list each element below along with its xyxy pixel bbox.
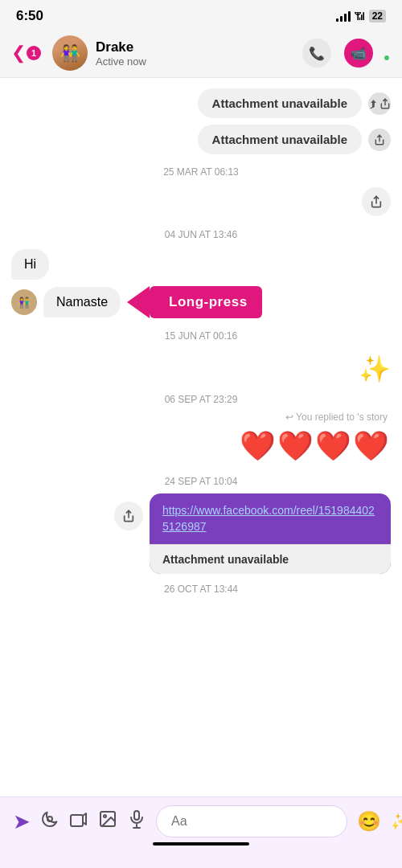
back-arrow-icon: ❮ (11, 43, 26, 63)
status-time: 6:50 (16, 8, 43, 24)
share-icon[interactable]: ⮭ (368, 92, 391, 115)
fb-attachment-label: Attachment unavailable (150, 544, 391, 574)
sparkles-emoji: ✨ (359, 356, 391, 382)
contact-name: Drake (96, 39, 302, 55)
timestamp: 04 JUN AT 13:46 (11, 229, 391, 240)
mic-button[interactable] (127, 809, 146, 833)
message-row: Hi (11, 249, 391, 280)
bubble-text: Hi (24, 257, 36, 271)
battery-icon: 22 (369, 10, 386, 23)
arrow-tip (127, 286, 150, 318)
message-row: Attachment unavailable (11, 125, 391, 154)
message-row: 👫 Namaste Long-press (11, 286, 391, 318)
longpress-label: Long-press (150, 286, 262, 318)
timestamp: 24 SEP AT 10:04 (11, 476, 391, 487)
wifi-icon: 📶︎ (355, 10, 365, 23)
phone-button[interactable]: 📞 (302, 39, 331, 68)
timestamp: 25 MAR AT 06:13 (11, 166, 391, 178)
back-button[interactable]: ❮ 1 (11, 43, 41, 63)
input-row: ➤ 😊 ✨ (13, 805, 389, 837)
timestamp: 15 JUN AT 00:16 (11, 330, 391, 342)
status-bar: 6:50 📶︎ 22 (0, 0, 402, 29)
emoji-button[interactable]: 😊 (357, 810, 381, 833)
timestamp: 06 SEP AT 23:29 (11, 394, 391, 405)
share-button[interactable] (114, 502, 143, 530)
gallery-button[interactable] (98, 809, 117, 833)
video-button[interactable]: 📹 (344, 39, 373, 68)
avatar-image: 👫 (52, 35, 88, 71)
fb-link-row: https://www.facebook.com/reel/1519844025… (11, 493, 391, 574)
bottom-bar: ➤ 😊 ✨ (0, 796, 402, 868)
svg-point-7 (104, 815, 106, 817)
back-badge: 1 (27, 46, 41, 60)
camera-button[interactable] (40, 809, 59, 833)
attachment-bubble: Attachment unavailable (198, 88, 362, 118)
bubble-text: Namaste (56, 295, 108, 309)
attachment-text: Attachment unavailable (212, 96, 347, 110)
status-icons: 📶︎ 22 (336, 10, 386, 23)
share-button[interactable] (362, 187, 391, 216)
header-actions: 📞 📹 (302, 39, 391, 68)
hearts-row: ❤️❤️❤️❤️ (11, 429, 391, 463)
share-row (11, 187, 391, 216)
chat-header: ❮ 1 👫 Drake Active now 📞 📹 (0, 29, 402, 78)
share-icon[interactable] (368, 129, 391, 151)
online-indicator (383, 54, 391, 62)
home-indicator (153, 842, 249, 845)
contact-status: Active now (96, 55, 302, 68)
message-row: Attachment unavailable ⮭ (11, 88, 391, 118)
send-button[interactable]: ➤ (13, 809, 31, 834)
chat-bubble: Hi (11, 249, 49, 280)
svg-rect-8 (134, 811, 139, 820)
chat-area: Attachment unavailable ⮭ Attachment unav… (0, 78, 402, 801)
longpress-annotation: Long-press (127, 286, 262, 318)
camera-button[interactable] (69, 809, 88, 833)
message-row: ✨ (11, 356, 391, 382)
reply-label: ↩ You replied to 's story (11, 411, 391, 423)
hearts-emoji: ❤️❤️❤️❤️ (240, 429, 391, 463)
reply-icon: ↩ (285, 411, 293, 423)
sender-avatar: 👫 (11, 289, 37, 315)
chat-bubble[interactable]: Namaste (43, 287, 121, 317)
phone-icon: 📞 (309, 46, 325, 61)
sparkle-button[interactable]: ✨ (391, 812, 402, 831)
svg-rect-5 (71, 815, 83, 826)
fb-link-text[interactable]: https://www.facebook.com/reel/1519844025… (150, 493, 391, 544)
reply-text: You replied to 's story (296, 411, 388, 423)
fb-link-bubble[interactable]: https://www.facebook.com/reel/1519844025… (150, 493, 391, 574)
message-input[interactable] (156, 805, 347, 837)
attachment-text: Attachment unavailable (212, 133, 347, 146)
avatar: 👫 (52, 35, 88, 71)
attachment-bubble: Attachment unavailable (198, 125, 362, 154)
timestamp: 26 OCT AT 13:44 (11, 583, 391, 595)
signal-icon (336, 10, 351, 22)
video-icon: 📹 (351, 46, 367, 61)
header-info: Drake Active now (96, 39, 302, 68)
